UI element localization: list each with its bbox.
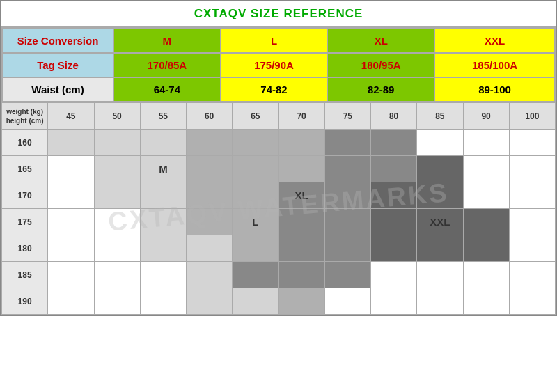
tag-size-label: Tag Size [2,53,113,77]
main-container: CXTAQV SIZE REFERENCE Size Conversion M … [0,0,557,316]
col-60: 60 [187,103,233,130]
tag-xl-cell: 180/95A [327,53,434,77]
waist-m-cell: 64-74 [113,77,221,102]
height-190: 190 [2,288,48,315]
height-170: 170 [2,182,48,209]
row-180: 180 [2,235,556,262]
size-label-xl: XL [295,189,308,201]
body-chart-wrapper: CXTAQV WATERMARKS weight (kg) height (cm… [1,102,556,315]
col-90: 90 [463,103,509,130]
waist-xxl-cell: 89-100 [434,77,555,102]
height-165: 165 [2,156,48,182]
col-100: 100 [509,103,555,130]
size-label-m: M [159,163,168,175]
reference-table: Size Conversion M L XL XXL Tag Size 170/… [1,28,556,102]
height-160: 160 [2,130,48,156]
row-190: 190 [2,288,556,315]
col-75: 75 [324,103,370,130]
axis-label: weight (kg) height (cm) [2,103,48,130]
size-conversion-label: Size Conversion [2,29,113,53]
size-l-cell: L [221,29,328,53]
header-row: weight (kg) height (cm) 45 50 55 60 65 7… [2,103,556,130]
tag-l-cell: 175/90A [221,53,328,77]
col-50: 50 [94,103,140,130]
col-70: 70 [278,103,324,130]
page-title: CXTAQV SIZE REFERENCE [1,1,556,28]
col-45: 45 [48,103,94,130]
row-185: 185 [2,262,556,288]
waist-row: Waist (cm) 64-74 74-82 82-89 89-100 [2,77,555,102]
body-chart-table: weight (kg) height (cm) 45 50 55 60 65 7… [1,102,556,315]
col-85: 85 [417,103,463,130]
waist-label: Waist (cm) [2,77,113,102]
col-65: 65 [233,103,278,130]
weight-label: weight (kg) [6,108,43,116]
size-conversion-row: Size Conversion M L XL XXL [2,29,555,53]
row-175: 175 L XXL [2,209,556,235]
row-165: 165 M [2,156,556,182]
size-label-l: L [252,216,258,228]
waist-l-cell: 74-82 [221,77,328,102]
height-185: 185 [2,262,48,288]
size-xxl-cell: XXL [434,29,555,53]
size-m-cell: M [113,29,221,53]
tag-xxl-cell: 185/100A [434,53,555,77]
row-160: 160 [2,130,556,156]
tag-size-row: Tag Size 170/85A 175/90A 180/95A 185/100… [2,53,555,77]
height-180: 180 [2,235,48,262]
waist-xl-cell: 82-89 [327,77,434,102]
col-80: 80 [371,103,417,130]
size-label-xxl: XXL [430,216,450,228]
height-label: height (cm) [6,117,44,125]
size-xl-cell: XL [327,29,434,53]
height-175: 175 [2,209,48,235]
tag-m-cell: 170/85A [113,53,221,77]
col-55: 55 [140,103,186,130]
row-170: 170 XL [2,182,556,209]
